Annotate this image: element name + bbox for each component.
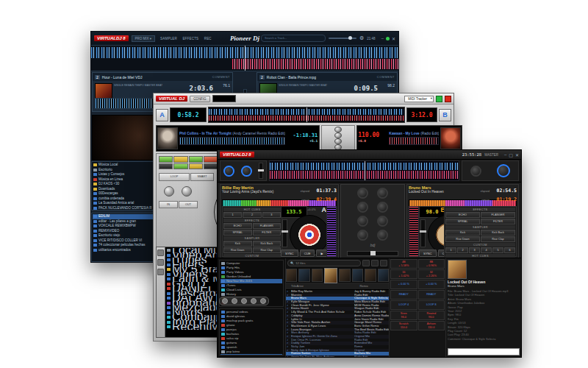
- menu-sampler[interactable]: SAMPLER: [160, 37, 177, 40]
- cue-pad[interactable]: [204, 156, 218, 163]
- custom-button[interactable]: 4: [481, 247, 492, 253]
- gain-knob[interactable]: [334, 127, 342, 132]
- sync-button[interactable]: SYNC: [419, 250, 437, 257]
- sample-pad[interactable]: Rise Down: [445, 236, 480, 242]
- menu-rec[interactable]: REC: [204, 37, 212, 40]
- effect-button[interactable]: FLANGER: [481, 212, 515, 218]
- search-input[interactable]: Search a Track...: [261, 35, 326, 42]
- eq-low-knob-a[interactable]: [357, 230, 368, 241]
- search-icon[interactable]: [157, 269, 164, 275]
- more-icon[interactable]: [260, 298, 266, 304]
- in-button[interactable]: IN: [159, 201, 178, 208]
- sync-button[interactable]: SYNC: [281, 250, 298, 257]
- comment-input[interactable]: [448, 348, 520, 355]
- cue-pad[interactable]: [204, 163, 218, 170]
- sideview-pad[interactable]: + 0.00 %: [390, 280, 417, 289]
- folder-item[interactable]: DJ Tunes: [220, 305, 282, 307]
- automix-icon[interactable]: [380, 260, 387, 266]
- eq-mid-knob-a[interactable]: [357, 216, 368, 227]
- sideview-pad[interactable]: Airhorn110.0: [418, 321, 445, 330]
- search-input[interactable]: 🔍12 files: [287, 260, 361, 266]
- sideview-pad[interactable]: + 0.00 %: [418, 280, 445, 289]
- sample-pad[interactable]: Rise Clap: [481, 236, 515, 242]
- crossfader[interactable]: [347, 251, 398, 256]
- hotcue-button[interactable]: 1: [223, 212, 242, 218]
- cue-pad[interactable]: [189, 163, 203, 170]
- track-row[interactable]: ♪ La Gozadera Gente De Zona Ft. Marc Ant…: [286, 355, 389, 357]
- effect-button[interactable]: FLANGER: [253, 223, 282, 229]
- maximize-button[interactable]: ▢: [509, 152, 513, 158]
- pitch-fader[interactable]: [282, 219, 287, 247]
- effect-button[interactable]: SPIRAL: [223, 230, 252, 236]
- prelisten-icon[interactable]: [222, 298, 228, 304]
- custom-button[interactable]: 5: [492, 247, 503, 253]
- tag-icon[interactable]: [251, 298, 257, 304]
- gain-knob-b[interactable]: [377, 188, 388, 199]
- cue-mix-fader[interactable]: [259, 163, 263, 179]
- eq-mid-knob-b[interactable]: [377, 216, 388, 227]
- headphone-icon[interactable]: [232, 298, 237, 304]
- eq-high-knob-b[interactable]: [377, 202, 388, 213]
- close-button[interactable]: ✕: [515, 152, 519, 158]
- fx-knob[interactable]: [164, 186, 174, 197]
- rhythm-wave[interactable]: [208, 107, 405, 123]
- favorites-icon[interactable]: [157, 250, 164, 256]
- cue-pad[interactable]: [173, 156, 187, 163]
- eq-mid-knob[interactable]: [334, 138, 342, 144]
- sample-pad[interactable]: Rise Down: [223, 247, 252, 253]
- master-volume-knob[interactable]: [223, 166, 234, 177]
- gear-icon[interactable]: ⚙: [359, 35, 364, 41]
- sideview-pad[interactable]: 16+ 1.02%: [390, 269, 417, 279]
- cue-pad[interactable]: [159, 156, 173, 163]
- scratch-waveform[interactable]: [409, 206, 419, 257]
- list-view-icon[interactable]: [362, 260, 370, 266]
- sample-pad[interactable]: Kick: [223, 241, 252, 247]
- hotcue-button[interactable]: 3: [262, 212, 281, 218]
- sample-pad[interactable]: Kick Back: [253, 241, 282, 247]
- sideview-pad[interactable]: 32+ 2.26%: [418, 269, 445, 279]
- sideview-pad[interactable]: LOOP 8: [418, 300, 445, 310]
- loop-panel-label[interactable]: LOOP: [159, 173, 190, 181]
- sideview-pad[interactable]: 8B+ 0.96%: [418, 259, 445, 269]
- deck-a-button[interactable]: A: [156, 109, 168, 121]
- eq-high-knob[interactable]: [334, 132, 342, 138]
- close-button[interactable]: ✕: [392, 36, 395, 41]
- custom-button[interactable]: 2: [457, 247, 468, 253]
- deck-waveform-strip[interactable]: [389, 137, 439, 145]
- vinyl-platter[interactable]: [290, 215, 329, 255]
- sideview-pad[interactable]: READY: [418, 290, 445, 300]
- deck-b-button[interactable]: B: [439, 109, 451, 121]
- cue-pad[interactable]: [189, 156, 203, 163]
- master-volume-slider[interactable]: [329, 38, 356, 39]
- minimize-button[interactable]: –: [381, 36, 384, 40]
- rhythm-wave[interactable]: [91, 45, 398, 71]
- sideview-pad[interactable]: Siren96.0: [390, 311, 417, 320]
- scratch-waveform[interactable]: [326, 206, 337, 257]
- eq-high-knob-a[interactable]: [357, 202, 368, 213]
- folder-item[interactable]: PACK NUCLEVANDO CORTESÍA R: [93, 206, 162, 211]
- sample-pad[interactable]: Kick Back: [481, 230, 515, 236]
- sideview-pad[interactable]: LOOP 4: [390, 300, 417, 310]
- mode-dropdown[interactable]: PRO MIX ▾: [132, 35, 156, 42]
- out-button[interactable]: OUT: [179, 201, 198, 208]
- rhythm-wave[interactable]: [269, 160, 459, 181]
- loop-knob[interactable]: [182, 186, 192, 197]
- sideview-icon[interactable]: [371, 260, 379, 266]
- custom-button[interactable]: 3: [469, 247, 480, 253]
- browser-zoom-knob[interactable]: [497, 164, 510, 177]
- hotcue-button[interactable]: 2: [243, 212, 261, 218]
- effect-button[interactable]: FILTER: [253, 230, 282, 236]
- edit-icon[interactable]: [241, 298, 247, 304]
- headphone-volume-knob[interactable]: [241, 166, 252, 177]
- config-button[interactable]: CONFIG: [190, 96, 210, 102]
- menu-effects[interactable]: EFFECTS: [182, 37, 198, 40]
- sideview-pad[interactable]: 4B+ 5.58%: [390, 259, 417, 269]
- pitch-fader[interactable]: [420, 219, 426, 247]
- coverflow-current[interactable]: [324, 268, 337, 283]
- gain-knob-a[interactable]: [357, 188, 368, 199]
- sampler-volume-knob[interactable]: [470, 166, 481, 177]
- sideview-pad[interactable]: Rewind96.0: [418, 311, 445, 320]
- custom-button[interactable]: 6: [504, 247, 515, 253]
- folder-item[interactable]: utilitarios encontrados: [93, 248, 162, 253]
- sideview-pad[interactable]: Scratch110.0: [390, 321, 417, 330]
